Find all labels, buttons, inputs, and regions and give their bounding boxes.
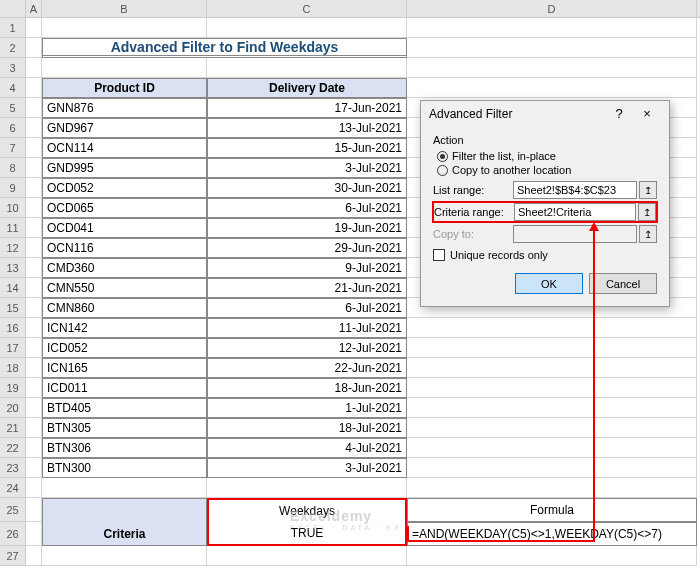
cell[interactable] xyxy=(407,318,697,338)
page-title[interactable]: Advanced Filter to Find Weekdays xyxy=(42,38,407,58)
cell[interactable] xyxy=(26,498,42,522)
cell[interactable] xyxy=(26,258,42,278)
cell[interactable] xyxy=(26,458,42,478)
cell[interactable] xyxy=(407,338,697,358)
table-cell-date[interactable]: 1-Jul-2021 xyxy=(207,398,407,418)
cell[interactable] xyxy=(26,478,42,498)
cell[interactable] xyxy=(407,418,697,438)
criteria-header-formula[interactable]: Formula xyxy=(407,498,697,522)
row-header[interactable]: 1 xyxy=(0,18,26,38)
cell[interactable] xyxy=(42,546,207,566)
unique-records-checkbox[interactable]: Unique records only xyxy=(433,249,657,261)
cell[interactable] xyxy=(26,158,42,178)
help-icon[interactable]: ? xyxy=(605,106,633,121)
row-header[interactable]: 13 xyxy=(0,258,26,278)
cell[interactable] xyxy=(407,38,697,58)
cell[interactable] xyxy=(42,478,207,498)
cell[interactable] xyxy=(407,78,697,98)
table-cell-date[interactable]: 15-Jun-2021 xyxy=(207,138,407,158)
row-header[interactable]: 11 xyxy=(0,218,26,238)
cell[interactable] xyxy=(26,118,42,138)
col-header-d[interactable]: D xyxy=(407,0,697,17)
cell[interactable] xyxy=(26,138,42,158)
radio-filter-inplace[interactable]: Filter the list, in-place xyxy=(433,149,657,163)
table-cell-product[interactable]: OCD041 xyxy=(42,218,207,238)
cell[interactable] xyxy=(26,238,42,258)
table-cell-date[interactable]: 6-Jul-2021 xyxy=(207,298,407,318)
table-cell-product[interactable]: BTD405 xyxy=(42,398,207,418)
row-header[interactable]: 9 xyxy=(0,178,26,198)
select-all-corner[interactable] xyxy=(0,0,26,17)
row-header[interactable]: 6 xyxy=(0,118,26,138)
cell[interactable] xyxy=(26,218,42,238)
radio-copy-location[interactable]: Copy to another location xyxy=(433,163,657,177)
table-cell-product[interactable]: BTN300 xyxy=(42,458,207,478)
criteria-formula[interactable]: =AND(WEEKDAY(C5)<>1,WEEKDAY(C5)<>7) xyxy=(407,522,697,546)
row-header[interactable]: 22 xyxy=(0,438,26,458)
row-header[interactable]: 8 xyxy=(0,158,26,178)
cell[interactable] xyxy=(26,18,42,38)
table-cell-date[interactable]: 18-Jun-2021 xyxy=(207,378,407,398)
cell[interactable] xyxy=(407,378,697,398)
cell[interactable] xyxy=(26,438,42,458)
cell[interactable] xyxy=(42,58,207,78)
table-cell-date[interactable]: 22-Jun-2021 xyxy=(207,358,407,378)
row-header[interactable]: 19 xyxy=(0,378,26,398)
table-cell-date[interactable]: 3-Jul-2021 xyxy=(207,158,407,178)
row-header[interactable]: 17 xyxy=(0,338,26,358)
cell[interactable] xyxy=(26,198,42,218)
cell[interactable] xyxy=(207,478,407,498)
cell[interactable] xyxy=(26,78,42,98)
cell[interactable] xyxy=(407,398,697,418)
row-header[interactable]: 14 xyxy=(0,278,26,298)
cell[interactable] xyxy=(407,358,697,378)
table-cell-product[interactable]: CMN860 xyxy=(42,298,207,318)
table-cell-date[interactable]: 12-Jul-2021 xyxy=(207,338,407,358)
row-header[interactable]: 3 xyxy=(0,58,26,78)
close-icon[interactable]: × xyxy=(633,106,661,121)
cell[interactable] xyxy=(407,58,697,78)
cell[interactable] xyxy=(407,478,697,498)
cell[interactable] xyxy=(26,58,42,78)
cell[interactable] xyxy=(407,438,697,458)
col-header-c[interactable]: C xyxy=(207,0,407,17)
table-cell-date[interactable]: 21-Jun-2021 xyxy=(207,278,407,298)
row-header[interactable]: 5 xyxy=(0,98,26,118)
table-cell-product[interactable]: OCD065 xyxy=(42,198,207,218)
row-header[interactable]: 2 xyxy=(0,38,26,58)
criteria-label[interactable]: Criteria xyxy=(42,522,207,546)
table-cell-date[interactable]: 6-Jul-2021 xyxy=(207,198,407,218)
table-cell-product[interactable]: OCD052 xyxy=(42,178,207,198)
cell[interactable] xyxy=(26,38,42,58)
row-header[interactable]: 27 xyxy=(0,546,26,566)
table-header-date[interactable]: Delivery Date xyxy=(207,78,407,98)
list-range-ref-button[interactable]: ↥ xyxy=(639,181,657,199)
cell[interactable] xyxy=(207,546,407,566)
criteria-range-input[interactable]: Sheet2!Criteria xyxy=(514,203,636,221)
cell[interactable] xyxy=(407,18,697,38)
table-cell-product[interactable]: OCN114 xyxy=(42,138,207,158)
dialog-titlebar[interactable]: Advanced Filter ? × xyxy=(421,101,669,126)
cell[interactable] xyxy=(26,298,42,318)
list-range-input[interactable]: Sheet2!$B$4:$C$23 xyxy=(513,181,637,199)
criteria-range-ref-button[interactable]: ↥ xyxy=(638,203,656,221)
row-header[interactable]: 25 xyxy=(0,498,26,522)
table-cell-product[interactable]: CMD360 xyxy=(42,258,207,278)
table-cell-product[interactable]: CMN550 xyxy=(42,278,207,298)
cancel-button[interactable]: Cancel xyxy=(589,273,657,294)
table-cell-date[interactable]: 18-Jul-2021 xyxy=(207,418,407,438)
row-header[interactable]: 7 xyxy=(0,138,26,158)
cell[interactable] xyxy=(26,546,42,566)
row-header[interactable]: 16 xyxy=(0,318,26,338)
copy-to-ref-button[interactable]: ↥ xyxy=(639,225,657,243)
table-cell-date[interactable]: 11-Jul-2021 xyxy=(207,318,407,338)
cell[interactable] xyxy=(26,278,42,298)
cell[interactable] xyxy=(26,522,42,546)
table-cell-date[interactable]: 29-Jun-2021 xyxy=(207,238,407,258)
table-cell-product[interactable]: BTN305 xyxy=(42,418,207,438)
table-cell-date[interactable]: 13-Jul-2021 xyxy=(207,118,407,138)
cell[interactable] xyxy=(207,58,407,78)
criteria-label-top[interactable] xyxy=(42,498,207,522)
cell[interactable] xyxy=(26,358,42,378)
ok-button[interactable]: OK xyxy=(515,273,583,294)
